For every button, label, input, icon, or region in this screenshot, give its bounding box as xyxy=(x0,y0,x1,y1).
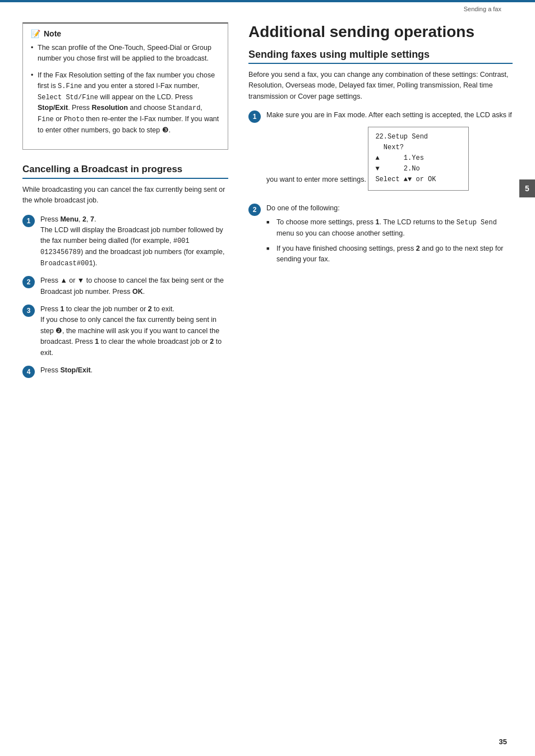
note-body: The scan profile of the One-Touch, Speed… xyxy=(31,43,220,136)
page-number: 35 xyxy=(499,737,507,746)
page-header: Sending a fax xyxy=(464,6,501,12)
bullet-finished: If you have finished choosing settings, … xyxy=(266,243,513,265)
note-box: 📝 Note The scan profile of the One-Touch… xyxy=(22,22,228,150)
right-step-number-2: 2 xyxy=(248,204,261,216)
cancelling-divider xyxy=(22,178,228,179)
step-content-1: Press Menu, 2, 7. The LCD will display t… xyxy=(40,214,228,269)
cancelling-steps: 1 Press Menu, 2, 7. The LCD will display… xyxy=(22,214,228,378)
step-number-4: 4 xyxy=(22,366,35,378)
left-column: 📝 Note The scan profile of the One-Touch… xyxy=(22,22,228,734)
note-title: Note xyxy=(44,29,61,38)
right-step-number-1: 1 xyxy=(248,110,261,123)
header-text: Sending a fax xyxy=(464,6,501,12)
step-content-3: Press 1 to clear the job number or 2 to … xyxy=(40,304,228,358)
page-container: Sending a fax 5 📝 Note The scan profile … xyxy=(0,0,535,756)
step-2: 2 Press ▲ or ▼ to choose to cancel the f… xyxy=(22,275,228,297)
step-number-2: 2 xyxy=(22,276,35,288)
step-content-4: Press Stop/Exit. xyxy=(40,365,228,376)
chapter-tab: 5 xyxy=(519,179,535,197)
right-steps: 1 Make sure you are in Fax mode. After e… xyxy=(248,110,513,269)
step-number-1: 1 xyxy=(22,215,35,227)
right-column: Additional sending operations Sending fa… xyxy=(248,22,513,734)
right-step-1: 1 Make sure you are in Fax mode. After e… xyxy=(248,110,513,196)
cancelling-intro: While broadcasting you can cancel the fa… xyxy=(22,185,228,206)
note-bullet-1: The scan profile of the One-Touch, Speed… xyxy=(31,43,220,64)
note-bullets: The scan profile of the One-Touch, Speed… xyxy=(31,43,220,136)
main-heading: Additional sending operations xyxy=(248,22,513,42)
step-1: 1 Press Menu, 2, 7. The LCD will display… xyxy=(22,214,228,269)
right-step-content-2: Do one of the following: To choose more … xyxy=(266,203,513,270)
note-icon: 📝 xyxy=(31,29,40,38)
step-content-2: Press ▲ or ▼ to choose to cancel the fax… xyxy=(40,275,228,297)
note-header: 📝 Note xyxy=(31,29,220,38)
cancelling-heading: Cancelling a Broadcast in progress xyxy=(22,163,228,176)
note-bullet-2: If the Fax Resolution setting of the fax… xyxy=(31,70,220,136)
content-area: 📝 Note The scan profile of the One-Touch… xyxy=(22,22,513,734)
right-step-2-bullets: To choose more settings, press 1. The LC… xyxy=(266,217,513,265)
step-number-3: 3 xyxy=(22,305,35,317)
top-border xyxy=(0,0,535,2)
step-3: 3 Press 1 to clear the job number or 2 t… xyxy=(22,304,228,358)
sub-heading: Sending faxes using multiple settings xyxy=(248,48,513,61)
step-4: 4 Press Stop/Exit. xyxy=(22,365,228,378)
sub-heading-divider xyxy=(248,63,513,64)
right-step-2: 2 Do one of the following: To choose mor… xyxy=(248,203,513,270)
bullet-choose-more: To choose more settings, press 1. The LC… xyxy=(266,217,513,239)
cancelling-section: Cancelling a Broadcast in progress While… xyxy=(22,163,228,378)
right-step-content-1: Make sure you are in Fax mode. After eac… xyxy=(266,110,513,196)
lcd-display-1: 22.Setup Send Next? ▲ 1.Yes ▼ 2.No Selec… xyxy=(368,127,469,191)
right-intro: Before you send a fax, you can change an… xyxy=(248,70,513,102)
